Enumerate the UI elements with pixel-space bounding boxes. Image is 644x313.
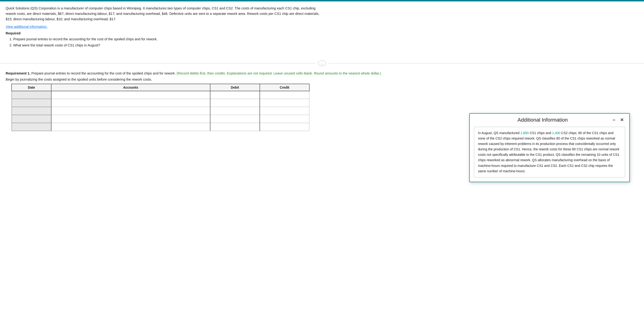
modal-content-text: In August, QS manufactured 1,800 CS1 chi… bbox=[478, 131, 619, 136]
table-row bbox=[12, 107, 309, 115]
accounts-input-3[interactable] bbox=[52, 115, 210, 123]
highlight-1400: 1,400 bbox=[552, 131, 560, 135]
requirement-title: Requirement 1. Prepare journal entries t… bbox=[6, 71, 638, 76]
accounts-cell-2 bbox=[51, 107, 210, 115]
modal-inner-box: In August, QS manufactured 1,800 CS1 chi… bbox=[474, 127, 625, 136]
required-label: Required bbox=[6, 31, 325, 35]
credit-cell-4 bbox=[260, 123, 309, 131]
begin-text: Begin by journalizing the costs assigned… bbox=[6, 78, 638, 81]
date-cell-0 bbox=[12, 91, 51, 99]
modal-body: In August, QS manufactured 1,800 CS1 chi… bbox=[470, 125, 629, 136]
credit-input-1[interactable] bbox=[260, 99, 309, 107]
debit-cell-1 bbox=[210, 99, 260, 107]
modal-close-button[interactable]: ✕ bbox=[619, 117, 625, 123]
accounts-cell-4 bbox=[51, 123, 210, 131]
accounts-cell-3 bbox=[51, 115, 210, 123]
modal-title: Additional Information bbox=[474, 117, 611, 123]
credit-input-3[interactable] bbox=[260, 115, 309, 123]
modal-controls: − ✕ bbox=[611, 117, 625, 123]
debit-cell-2 bbox=[210, 107, 260, 115]
intro-paragraph: Quick Solutions (QS) Corporation is a ma… bbox=[6, 6, 325, 22]
credit-input-4[interactable] bbox=[260, 123, 309, 131]
accounts-input-0[interactable] bbox=[52, 91, 210, 99]
credit-cell-2 bbox=[260, 107, 309, 115]
required-item-1: Prepare journal entries to record the ac… bbox=[13, 36, 325, 42]
accounts-input-1[interactable] bbox=[52, 99, 210, 107]
debit-cell-4 bbox=[210, 123, 260, 131]
date-cell-2 bbox=[12, 107, 51, 115]
required-list: Prepare journal entries to record the ac… bbox=[13, 36, 325, 48]
debit-input-0[interactable] bbox=[210, 91, 260, 99]
debit-input-4[interactable] bbox=[210, 123, 260, 131]
table-row bbox=[12, 115, 309, 123]
divider-section: ... bbox=[0, 61, 644, 66]
required-section: Required Prepare journal entries to reco… bbox=[6, 31, 325, 48]
requirement-title-text: Prepare journal entries to record the ac… bbox=[32, 71, 176, 75]
modal-header: Additional Information − ✕ bbox=[470, 114, 629, 125]
modal-minimize-button[interactable]: − bbox=[611, 117, 617, 123]
divider-dots[interactable]: ... bbox=[318, 61, 326, 66]
table-row bbox=[12, 91, 309, 99]
accounts-input-4[interactable] bbox=[52, 123, 210, 131]
divider-line-left bbox=[0, 63, 316, 63]
table-row bbox=[12, 99, 309, 107]
accounts-cell-1 bbox=[51, 99, 210, 107]
required-item-2: What were the total rework costs of CS1 … bbox=[13, 42, 325, 48]
debit-input-1[interactable] bbox=[210, 99, 260, 107]
debit-input-3[interactable] bbox=[210, 115, 260, 123]
credit-cell-3 bbox=[260, 115, 309, 123]
credit-cell-0 bbox=[260, 91, 309, 99]
accounts-input-2[interactable] bbox=[52, 107, 210, 115]
col-header-accounts: Accounts bbox=[51, 84, 210, 91]
journal-table: Date Accounts Debit Credit bbox=[11, 84, 310, 131]
divider-line-right bbox=[328, 63, 644, 63]
view-additional-link[interactable]: View additional information. bbox=[6, 25, 48, 28]
journal-table-container: Date Accounts Debit Credit bbox=[11, 84, 310, 131]
debit-cell-0 bbox=[210, 91, 260, 99]
date-cell-4 bbox=[12, 123, 51, 131]
col-header-date: Date bbox=[12, 84, 51, 91]
debit-input-2[interactable] bbox=[210, 107, 260, 115]
date-cell-3 bbox=[12, 115, 51, 123]
col-header-debit: Debit bbox=[210, 84, 260, 91]
requirement-title-bold: Requirement 1. bbox=[6, 71, 30, 75]
debit-cell-3 bbox=[210, 115, 260, 123]
requirement-instruction: (Record debits first, then credits. Expl… bbox=[177, 71, 381, 75]
credit-cell-1 bbox=[260, 99, 309, 107]
modal-box: Additional Information − ✕ In August, QS… bbox=[469, 113, 630, 136]
credit-input-2[interactable] bbox=[260, 107, 309, 115]
col-header-credit: Credit bbox=[260, 84, 309, 91]
accounts-cell-0 bbox=[51, 91, 210, 99]
main-content: Quick Solutions (QS) Corporation is a ma… bbox=[0, 1, 330, 51]
date-cell-1 bbox=[12, 99, 51, 107]
credit-input-0[interactable] bbox=[260, 91, 309, 99]
highlight-1800: 1,800 bbox=[520, 131, 529, 135]
table-row bbox=[12, 123, 309, 131]
